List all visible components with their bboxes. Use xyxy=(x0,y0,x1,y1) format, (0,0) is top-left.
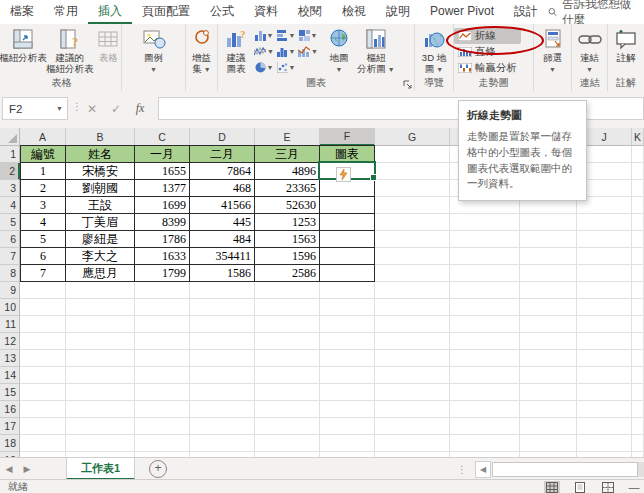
cell-C17[interactable] xyxy=(135,418,190,435)
cell-K12[interactable] xyxy=(632,333,644,350)
cell-J11[interactable] xyxy=(577,316,632,333)
cell-J16[interactable] xyxy=(577,401,632,418)
cell-K6[interactable] xyxy=(632,231,644,248)
cell-I16[interactable] xyxy=(520,401,577,418)
insert-function-icon[interactable]: fx xyxy=(128,101,152,116)
row-header-1[interactable]: 1 xyxy=(0,146,20,163)
cell-D17[interactable] xyxy=(190,418,255,435)
cell-I13[interactable] xyxy=(520,350,577,367)
scrollbar-grip[interactable]: ⋮ xyxy=(457,464,467,475)
cell-F10[interactable] xyxy=(320,299,375,316)
hscroll-left-icon[interactable]: ◀ xyxy=(475,461,491,478)
charts-dialog-launcher-icon[interactable] xyxy=(403,80,412,89)
cell-E5[interactable]: 1253 xyxy=(255,214,320,231)
cell-F18[interactable] xyxy=(320,435,375,452)
tab-home[interactable]: 常用 xyxy=(44,0,88,24)
cell-E14[interactable] xyxy=(255,367,320,384)
cell-H11[interactable] xyxy=(450,316,520,333)
cell-A11[interactable] xyxy=(20,316,66,333)
cell-J12[interactable] xyxy=(577,333,632,350)
row-header-2[interactable]: 2 xyxy=(0,163,20,180)
cell-E9[interactable] xyxy=(255,282,320,299)
horizontal-scrollbar-thumb[interactable] xyxy=(492,462,638,477)
cell-E11[interactable] xyxy=(255,316,320,333)
cell-C7[interactable]: 1633 xyxy=(135,248,190,265)
row-header-17[interactable]: 17 xyxy=(0,418,20,435)
cell-A2[interactable]: 1 xyxy=(20,163,66,180)
cell-H9[interactable] xyxy=(450,282,520,299)
cell-B16[interactable] xyxy=(66,401,135,418)
cell-F8[interactable] xyxy=(320,265,375,282)
cell-F12[interactable] xyxy=(320,333,375,350)
cell-K2[interactable] xyxy=(632,163,644,180)
recommended-charts-button[interactable]: ? 建議圖表 xyxy=(220,26,252,76)
cell-F11[interactable] xyxy=(320,316,375,333)
tab-insert[interactable]: 插入 xyxy=(88,0,132,24)
cell-E1[interactable]: 三月 xyxy=(255,145,320,163)
cell-H18[interactable] xyxy=(450,435,520,452)
cell-C8[interactable]: 1799 xyxy=(135,265,190,282)
cell-C13[interactable] xyxy=(135,350,190,367)
cell-G14[interactable] xyxy=(375,367,450,384)
enter-icon[interactable]: ✓ xyxy=(104,102,128,116)
column-header-K[interactable]: K xyxy=(632,128,644,146)
cell-J6[interactable] xyxy=(577,231,632,248)
cell-K8[interactable] xyxy=(632,265,644,282)
cell-K3[interactable] xyxy=(632,180,644,197)
tab-view[interactable]: 檢視 xyxy=(332,0,376,24)
cell-I9[interactable] xyxy=(520,282,577,299)
cell-K11[interactable] xyxy=(632,316,644,333)
cell-G12[interactable] xyxy=(375,333,450,350)
cell-D18[interactable] xyxy=(190,435,255,452)
sheet-nav-left-icon[interactable]: ◀ xyxy=(0,458,18,480)
cell-A1[interactable]: 編號 xyxy=(20,145,66,163)
insert-hierarchy-chart-button[interactable]: ▼ xyxy=(298,28,318,43)
cell-G10[interactable] xyxy=(375,299,450,316)
cell-A6[interactable]: 5 xyxy=(20,231,66,248)
cell-K1[interactable] xyxy=(632,146,644,163)
cell-D1[interactable]: 二月 xyxy=(190,145,255,163)
flash-fill-options-button[interactable] xyxy=(336,167,351,182)
recommended-pivottables-button[interactable]: ? 建議的樞紐分析表 xyxy=(46,26,94,76)
cell-D8[interactable]: 1586 xyxy=(190,265,255,282)
cell-I17[interactable] xyxy=(520,418,577,435)
cell-G16[interactable] xyxy=(375,401,450,418)
cell-H8[interactable] xyxy=(450,265,520,282)
column-header-D[interactable]: D xyxy=(190,128,255,146)
cell-D10[interactable] xyxy=(190,299,255,316)
cell-B3[interactable]: 劉朝國 xyxy=(66,180,135,197)
table-button[interactable]: 表格 xyxy=(96,26,122,76)
cell-K15[interactable] xyxy=(632,384,644,401)
cell-D6[interactable]: 484 xyxy=(190,231,255,248)
cell-D13[interactable] xyxy=(190,350,255,367)
row-header-18[interactable]: 18 xyxy=(0,435,20,452)
row-header-9[interactable]: 9 xyxy=(0,282,20,299)
tab-review[interactable]: 校閱 xyxy=(288,0,332,24)
cell-B4[interactable]: 王設 xyxy=(66,197,135,214)
cell-D15[interactable] xyxy=(190,384,255,401)
cell-K5[interactable] xyxy=(632,214,644,231)
tab-formulas[interactable]: 公式 xyxy=(200,0,244,24)
cell-J7[interactable] xyxy=(577,248,632,265)
cell-C4[interactable]: 1699 xyxy=(135,197,190,214)
cell-D2[interactable]: 7864 xyxy=(190,163,255,180)
cell-G2[interactable] xyxy=(375,163,450,180)
cell-G6[interactable] xyxy=(375,231,450,248)
cell-D16[interactable] xyxy=(190,401,255,418)
row-header-7[interactable]: 7 xyxy=(0,248,20,265)
cell-D12[interactable] xyxy=(190,333,255,350)
cell-J13[interactable] xyxy=(577,350,632,367)
add-sheet-button[interactable]: + xyxy=(149,460,167,478)
cell-G5[interactable] xyxy=(375,214,450,231)
row-header-10[interactable]: 10 xyxy=(0,299,20,316)
horizontal-scrollbar[interactable] xyxy=(492,462,644,477)
cell-F13[interactable] xyxy=(320,350,375,367)
tab-power-pivot[interactable]: Power Pivot xyxy=(420,0,504,24)
cell-G11[interactable] xyxy=(375,316,450,333)
row-header-11[interactable]: 11 xyxy=(0,316,20,333)
illustrations-button[interactable]: 圖例▼ xyxy=(132,26,176,76)
cell-A16[interactable] xyxy=(20,401,66,418)
row-header-8[interactable]: 8 xyxy=(0,265,20,282)
insert-bar-chart-button[interactable]: ▼ xyxy=(276,28,296,43)
tell-me-search[interactable]: 告訴我您想做什麼 xyxy=(548,0,644,24)
